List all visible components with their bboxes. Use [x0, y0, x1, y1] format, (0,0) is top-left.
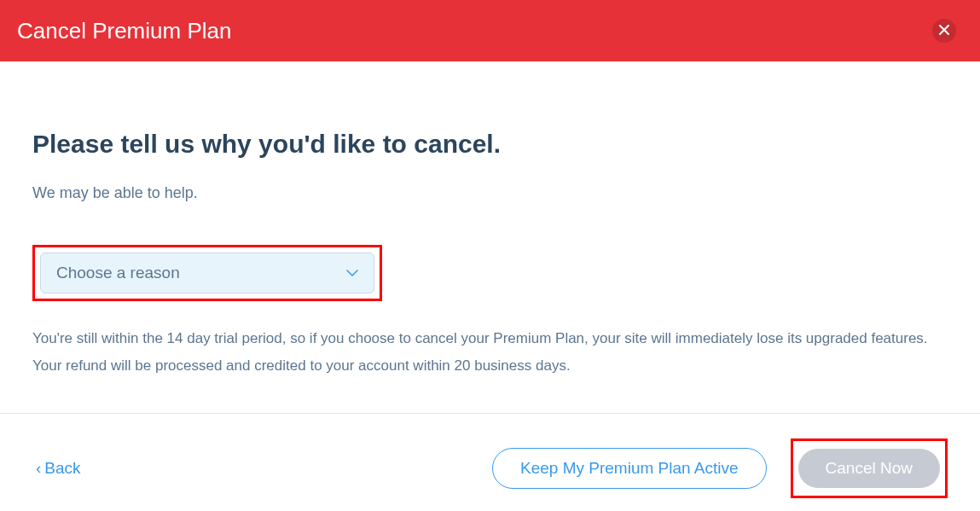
back-link[interactable]: ‹ Back [36, 459, 81, 478]
trial-info-text: You're still within the 14 day trial per… [32, 325, 945, 380]
reason-select-highlight: Choose a reason [32, 245, 382, 301]
modal-content: Please tell us why you'd like to cancel.… [0, 61, 980, 380]
reason-select-placeholder: Choose a reason [56, 264, 180, 282]
chevron-down-icon [346, 267, 358, 279]
modal-footer: ‹ Back Keep My Premium Plan Active Cance… [0, 426, 980, 511]
help-subtext: We may be able to help. [32, 184, 948, 202]
reason-select[interactable]: Choose a reason [40, 253, 374, 293]
keep-plan-button[interactable]: Keep My Premium Plan Active [492, 448, 767, 489]
back-label: Back [44, 459, 80, 478]
cancel-now-button[interactable]: Cancel Now [798, 449, 940, 488]
footer-actions: Keep My Premium Plan Active Cancel Now [492, 438, 948, 498]
footer-divider [0, 413, 980, 414]
cancel-reason-heading: Please tell us why you'd like to cancel. [32, 130, 948, 159]
close-button[interactable] [932, 19, 956, 43]
modal-header: Cancel Premium Plan [0, 0, 980, 61]
cancel-button-highlight: Cancel Now [791, 438, 948, 498]
modal-title: Cancel Premium Plan [17, 18, 231, 44]
chevron-left-icon: ‹ [36, 459, 41, 478]
close-icon [939, 23, 949, 38]
